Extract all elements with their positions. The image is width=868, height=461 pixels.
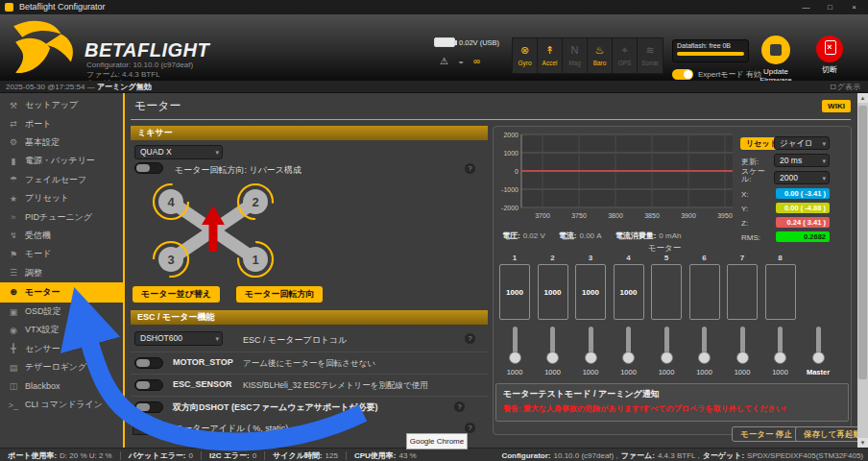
sidebar-item[interactable]: ⚑モード (0, 245, 123, 263)
expert-mode-toggle[interactable] (672, 69, 693, 80)
motor-idle-input[interactable]: 5 (133, 421, 154, 435)
esc-feature-desc: KISS/BLHeli_32 ESCテレメトリーを別配線で使用 (243, 380, 428, 392)
wrench-icon: ⚒ (8, 101, 19, 110)
esc-protocol-select[interactable]: DSHOT600 (134, 331, 223, 346)
status-divider (346, 451, 347, 460)
motor-number: 3 (575, 254, 606, 262)
telemetry-value: 0.00 A (579, 231, 601, 240)
warning-title: モーターテストモード / アーミング通知 (496, 384, 848, 400)
status-label: ポート使用率: (8, 451, 57, 460)
scrollbar[interactable]: ▲ ▼ (857, 93, 868, 448)
gear-icon: ⚙ (8, 137, 19, 147)
mixer-type-select[interactable]: QUAD X (134, 145, 223, 159)
svg-text:4: 4 (167, 195, 175, 209)
summary-value: SPDX/SPEDIXF405(STM32F405) (747, 451, 863, 460)
svg-text:3700: 3700 (535, 212, 550, 219)
motor-idle-help-icon[interactable]: ? (465, 423, 475, 433)
minimize-button[interactable]: — (794, 0, 818, 14)
esc-feature-toggle[interactable] (134, 401, 163, 413)
sensor-sonar: ≋Sonar (638, 38, 663, 73)
refresh-select[interactable]: 20 ms (774, 154, 830, 167)
motor-slider-thumb[interactable] (622, 352, 635, 364)
close-button[interactable]: × (842, 0, 866, 14)
motor-output-bar: 1000 (499, 264, 530, 320)
motor-slider-thumb[interactable] (736, 352, 749, 364)
update-firmware-button[interactable]: Update Firmware (755, 36, 797, 85)
motor-reorder-button[interactable]: モーター並び替え (133, 286, 220, 303)
motor-slider-thumb[interactable] (509, 352, 521, 364)
disconnect-button[interactable]: × 切断 (808, 36, 851, 74)
sidebar-item[interactable]: ★プリセット (0, 189, 123, 207)
motor-slider-thumb[interactable] (546, 352, 559, 364)
esc-feature-row: ESC_SENSORKISS/BLHeli_32 ESCテレメトリーを別配線で使… (131, 374, 488, 396)
sidebar-item[interactable]: ◫Blackbox (0, 376, 123, 395)
sidebar-item-label: Blackbox (25, 381, 60, 391)
sidebar-item[interactable]: ⇄ポート (0, 114, 123, 133)
sidebar-item[interactable]: ☂フェイルセーフ (0, 171, 123, 189)
sidebar-item[interactable]: ⊛モーター (0, 282, 123, 303)
app-icon (5, 3, 13, 12)
motor-sliders: 1100010002100010003100010004100010005100… (494, 254, 851, 380)
motor-number: 1 (499, 254, 530, 262)
motor-slider-thumb[interactable] (585, 352, 597, 364)
dataflash-bar (677, 52, 744, 56)
motor-direction-button[interactable]: モーター回転方向 (236, 286, 323, 303)
motor-stop-button[interactable]: モーター 停止 (732, 426, 801, 442)
sidebar-item[interactable]: ▣OSD設定 (0, 303, 123, 321)
wiki-button[interactable]: WIKI (822, 100, 851, 112)
motor-number: 5 (651, 254, 682, 262)
motor-slider-thumb[interactable] (698, 352, 711, 364)
status-segment: サイクル時間:125 (273, 450, 338, 461)
title-underline (131, 119, 851, 120)
status-segment: I2C エラー:0 (209, 450, 256, 461)
sidebar-item[interactable]: ⚒セットアップ (0, 96, 123, 114)
telemetry-item: 電流:0.00 A (559, 230, 602, 241)
sidebar-item[interactable]: ≈PIDチューニング (0, 207, 123, 226)
motor-icon: ⊛ (8, 287, 19, 297)
motor-number: 7 (727, 254, 758, 262)
motor-slider-thumb[interactable] (774, 352, 786, 364)
warning-message: 警告: 重大な人身事故の危険があります!すべてのプロペラを取り外してください! (496, 400, 848, 414)
mag-icon: N (563, 38, 587, 61)
svg-text:1: 1 (252, 253, 258, 267)
esc-feature-toggle[interactable] (134, 379, 163, 391)
svg-text:2: 2 (252, 195, 258, 209)
sidebar-item[interactable]: ▮電源・バッテリー (0, 152, 123, 170)
scrollbar-thumb[interactable] (858, 106, 867, 379)
svg-text:3900: 3900 (681, 212, 696, 219)
esc-feature-row: MOTOR_STOPアーム後にモーターを回転させない (131, 352, 488, 374)
telemetry-value: 0 mAh (659, 231, 681, 240)
mixer-section-header: ミキサー (131, 126, 488, 140)
sonar-icon: ≋ (638, 38, 663, 61)
sidebar-item-label: センサー (25, 343, 60, 355)
esc-feature-toggle[interactable] (134, 357, 163, 369)
sidebar-item[interactable]: ⚙基本設定 (0, 133, 123, 152)
scroll-down-icon[interactable]: ▼ (857, 438, 868, 448)
graph-source-select[interactable]: ジャイロ (774, 136, 830, 150)
motor-slider-thumb[interactable] (661, 352, 673, 364)
scale-select[interactable]: 2000 (774, 171, 830, 184)
show-log-link[interactable]: ログ表示 (830, 81, 860, 93)
motor-direction-reverse-toggle[interactable] (134, 162, 163, 174)
sidebar-item[interactable]: ☰調整 (0, 264, 123, 282)
sidebar-item-label: プリセット (25, 192, 69, 205)
sidebar-item[interactable]: ╋センサー (0, 340, 123, 358)
maximize-button[interactable]: □ (818, 0, 842, 14)
sidebar-item[interactable]: >_CLI コマンドライン (0, 396, 123, 414)
esc-feature-help-icon[interactable]: ? (454, 401, 465, 412)
master-slider-thumb[interactable] (812, 352, 825, 364)
arming-status-bar: 2025-05-30 @17:25:54 — アーミング無効 ログ表示 (0, 81, 868, 93)
sidebar-item[interactable]: ↯受信機 (0, 227, 123, 245)
esc-protocol-help-icon[interactable]: ? (465, 333, 475, 344)
mixer-help-icon[interactable]: ? (465, 163, 475, 174)
modes-icon: ⚑ (8, 250, 19, 259)
sidebar-item[interactable]: ▤テザーロギング (0, 358, 123, 376)
scroll-up-icon[interactable]: ▲ (857, 93, 868, 103)
sensor-mag: NMag (563, 38, 588, 73)
sidebar-item-label: 調整 (25, 267, 42, 279)
motor-idle-stepper[interactable]: ▲▼ (154, 421, 164, 435)
svg-text:-1000: -1000 (501, 186, 518, 193)
taskbar-tooltip: Google Chrome (406, 433, 468, 449)
status-divider (120, 451, 121, 460)
sidebar-item[interactable]: ◉VTX設定 (0, 321, 123, 339)
